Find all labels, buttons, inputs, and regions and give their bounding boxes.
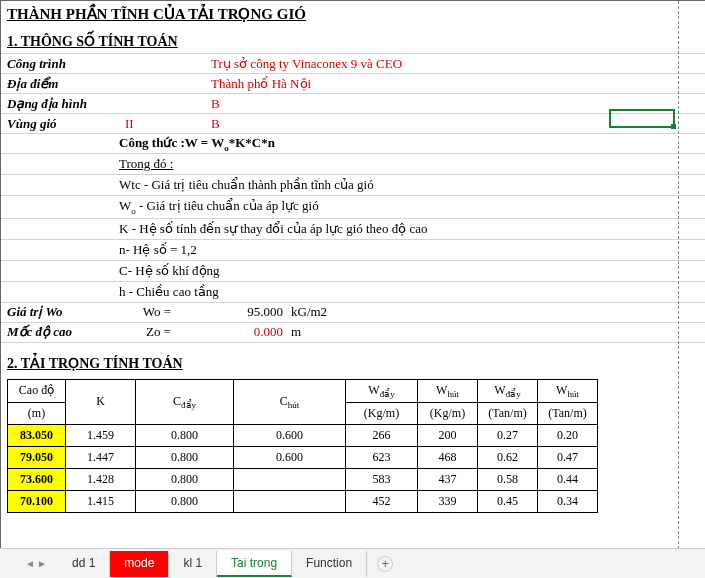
cell-cao[interactable]: 73.600 <box>8 468 66 490</box>
note-line: n- Hệ số = 1,2 <box>119 240 197 260</box>
value-zo: 0.000 <box>179 324 287 340</box>
value-vung-gio-2: B <box>211 116 220 132</box>
th-chut: Chút <box>234 379 346 424</box>
cell-k[interactable]: 1.415 <box>66 490 136 512</box>
value-wo: 95.000 <box>179 304 287 320</box>
cell-whutt[interactable]: 0.44 <box>538 468 598 490</box>
sheet-tabs-bar: ◄ ► dd 1modekl 1Tai trongFunction + <box>0 548 705 578</box>
value-formula: W = Wo*K*C*n <box>185 135 275 150</box>
cell-cday[interactable]: 0.800 <box>136 424 234 446</box>
cell-cday[interactable]: 0.800 <box>136 490 234 512</box>
cell-k[interactable]: 1.447 <box>66 446 136 468</box>
tab-nav-prev[interactable]: ◄ <box>24 558 36 569</box>
cell-wday[interactable]: 452 <box>346 490 418 512</box>
cell-k[interactable]: 1.428 <box>66 468 136 490</box>
cell-wday[interactable]: 266 <box>346 424 418 446</box>
th-wdayt-unit: (Tan/m) <box>478 402 538 424</box>
sheet-tab[interactable]: kl 1 <box>169 551 217 577</box>
th-k: K <box>66 379 136 424</box>
th-cao-do: Cao độ <box>8 379 66 402</box>
th-whutt: Whút <box>538 379 598 402</box>
page-break-line <box>678 1 679 548</box>
label-vung-gio: Vùng gió <box>1 116 119 132</box>
unit-zo: m <box>287 324 301 340</box>
symbol-zo: Zo = <box>119 324 179 340</box>
cell-whut[interactable]: 200 <box>418 424 478 446</box>
data-table: Cao độ K Cđẩy Chút Wđẩy Whút Wđẩy Whút (… <box>7 379 598 513</box>
symbol-wo: Wo = <box>119 304 179 320</box>
cell-cao[interactable]: 79.050 <box>8 446 66 468</box>
sheet-tab[interactable]: mode <box>110 551 169 577</box>
cell-whut[interactable]: 468 <box>418 446 478 468</box>
cell-whutt[interactable]: 0.34 <box>538 490 598 512</box>
cell-chut[interactable] <box>234 490 346 512</box>
cell-cao[interactable]: 83.050 <box>8 424 66 446</box>
th-cao-do-unit: (m) <box>8 402 66 424</box>
cell-wdayt[interactable]: 0.62 <box>478 446 538 468</box>
add-sheet-button[interactable]: + <box>377 556 393 572</box>
cell-wdayt[interactable]: 0.27 <box>478 424 538 446</box>
cell-wdayt[interactable]: 0.58 <box>478 468 538 490</box>
cell-wdayt[interactable]: 0.45 <box>478 490 538 512</box>
cell-whutt[interactable]: 0.47 <box>538 446 598 468</box>
worksheet-area[interactable]: Page 1 THÀNH PHẦN TĨNH CỦA TẢI TRỌNG GIÓ… <box>0 0 705 548</box>
section-1-heading: 1. THÔNG SỐ TÍNH TOÁN <box>1 27 705 53</box>
cell-cday[interactable]: 0.800 <box>136 446 234 468</box>
unit-wo: kG/m2 <box>287 304 327 320</box>
note-line: K - Hệ số tính đến sự thay đổi của áp lự… <box>119 219 427 239</box>
label-dang-dia-hinh: Dạng địa hình <box>1 96 119 112</box>
cell-wday[interactable]: 583 <box>346 468 418 490</box>
cell-cao[interactable]: 70.100 <box>8 490 66 512</box>
cell-whutt[interactable]: 0.20 <box>538 424 598 446</box>
th-whutt-unit: (Tan/m) <box>538 402 598 424</box>
value-dia-diem: Thành phố Hà Nội <box>211 76 311 92</box>
th-wdayt: Wđẩy <box>478 379 538 402</box>
table-row: 73.6001.4280.8005834370.580.44 <box>8 468 598 490</box>
value-dang-dia-hinh: B <box>211 96 220 112</box>
table-row: 70.1001.4150.8004523390.450.34 <box>8 490 598 512</box>
note-line: Wtc - Giá trị tiêu chuẩn thành phần tĩnh… <box>119 175 374 195</box>
label-formula: Công thức : <box>119 135 185 150</box>
table-row: 83.0501.4590.8000.6002662000.270.20 <box>8 424 598 446</box>
document-title: THÀNH PHẦN TĨNH CỦA TẢI TRỌNG GIÓ <box>1 1 705 27</box>
sheet-tab[interactable]: dd 1 <box>58 551 110 577</box>
th-cday: Cđẩy <box>136 379 234 424</box>
section-2-heading: 2. TẢI TRỌNG TÍNH TOÁN <box>1 349 705 375</box>
label-cong-trinh: Công trình <box>1 56 119 72</box>
label-zo: Mốc độ cao <box>1 324 119 340</box>
note-line: Wo - Giá trị tiêu chuẩn của áp lực gió <box>119 196 319 218</box>
cell-wday[interactable]: 623 <box>346 446 418 468</box>
cell-chut[interactable]: 0.600 <box>234 424 346 446</box>
cell-cday[interactable]: 0.800 <box>136 468 234 490</box>
cell-k[interactable]: 1.459 <box>66 424 136 446</box>
value-vung-gio-1: II <box>119 116 211 132</box>
tab-nav-next[interactable]: ► <box>36 558 48 569</box>
th-whut-unit: (Kg/m) <box>418 402 478 424</box>
th-wday-unit: (Kg/m) <box>346 402 418 424</box>
sheet-tab[interactable]: Tai trong <box>217 551 292 577</box>
table-row: 79.0501.4470.8000.6006234680.620.47 <box>8 446 598 468</box>
th-wday: Wđẩy <box>346 379 418 402</box>
label-wo: Giá trị Wo <box>1 304 119 320</box>
cell-chut[interactable] <box>234 468 346 490</box>
label-trong-do: Trong đó : <box>119 154 173 174</box>
note-line: h - Chiều cao tầng <box>119 282 219 302</box>
cell-chut[interactable]: 0.600 <box>234 446 346 468</box>
cell-whut[interactable]: 437 <box>418 468 478 490</box>
th-whut: Whút <box>418 379 478 402</box>
label-dia-diem: Địa điểm <box>1 76 119 92</box>
sheet-tab[interactable]: Function <box>292 551 367 577</box>
note-line: C- Hệ số khí động <box>119 261 220 281</box>
cell-whut[interactable]: 339 <box>418 490 478 512</box>
value-cong-trinh: Trụ sở công ty Vinaconex 9 và CEO <box>211 56 402 72</box>
